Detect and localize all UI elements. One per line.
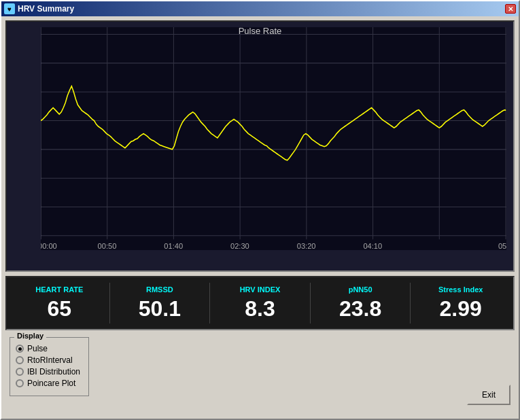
- svg-text:05:00: 05:00: [498, 242, 506, 250]
- svg-text:03:20: 03:20: [297, 242, 316, 250]
- titlebar: ♥ HRV Summary ✕: [1, 1, 519, 16]
- svg-text:00:50: 00:50: [98, 242, 117, 250]
- radio-rtor-btn[interactable]: [16, 356, 24, 364]
- radio-poincare-btn[interactable]: [16, 379, 24, 387]
- app-icon: ♥: [4, 3, 15, 14]
- main-content: 85.0 80.0 75.0 70.0 65.0 60.0 55.0 50.0 …: [1, 16, 519, 419]
- stat-pnn50: pNN50 23.8: [311, 285, 411, 321]
- main-window: ♥ HRV Summary ✕: [0, 0, 520, 420]
- stat-rmssd-value: 50.1: [110, 296, 210, 321]
- stat-rmssd-label: RMSSD: [110, 285, 210, 294]
- stat-pnn50-label: pNN50: [311, 285, 411, 294]
- stat-heart-rate: HEART RATE 65: [10, 285, 109, 321]
- stat-pnn50-value: 23.8: [311, 296, 411, 321]
- stat-hrv-index-value: 8.3: [210, 296, 310, 321]
- svg-text:01:40: 01:40: [164, 242, 183, 250]
- stat-heart-rate-label: HEART RATE: [10, 285, 109, 294]
- bottom-area: Display Pulse RtoRInterval IBI Distribut…: [5, 334, 515, 415]
- stat-hrv-index-label: HRV INDEX: [210, 285, 310, 294]
- radio-ibi-label: IBI Distribution: [27, 367, 80, 377]
- stats-bar: HEART RATE 65 RMSSD 50.1 HRV INDEX 8.3 p…: [5, 276, 515, 330]
- radio-pulse-btn[interactable]: [16, 345, 24, 353]
- radio-pulse-label: Pulse: [27, 344, 48, 353]
- radio-ibi-btn[interactable]: [16, 368, 24, 376]
- radio-poincare-label: Poincare Plot: [27, 379, 75, 388]
- titlebar-left: ♥ HRV Summary: [4, 3, 74, 14]
- radio-pulse[interactable]: Pulse: [16, 344, 80, 353]
- radio-poincare[interactable]: Poincare Plot: [16, 379, 80, 388]
- stat-stress-index-value: 2.99: [411, 296, 510, 321]
- svg-rect-0: [41, 27, 506, 250]
- pulse-chart: 85.0 80.0 75.0 70.0 65.0 60.0 55.0 50.0 …: [41, 27, 506, 250]
- stat-stress-index-label: Stress Index: [411, 285, 510, 294]
- svg-text:04:10: 04:10: [363, 242, 382, 250]
- chart-area: 85.0 80.0 75.0 70.0 65.0 60.0 55.0 50.0 …: [5, 20, 515, 272]
- window-title: HRV Summary: [18, 4, 74, 14]
- stat-stress-index: Stress Index 2.99: [411, 285, 510, 321]
- stat-hrv-index: HRV INDEX 8.3: [210, 285, 310, 321]
- display-group-label: Display: [14, 332, 46, 340]
- svg-text:00:00: 00:00: [41, 242, 57, 250]
- close-button[interactable]: ✕: [505, 4, 516, 14]
- svg-text:02:30: 02:30: [230, 242, 249, 250]
- stat-rmssd: RMSSD 50.1: [110, 285, 210, 321]
- display-group: Display Pulse RtoRInterval IBI Distribut…: [10, 337, 89, 396]
- radio-rtor-label: RtoRInterval: [27, 355, 73, 365]
- radio-ibi[interactable]: IBI Distribution: [16, 367, 80, 377]
- chart-title: Pulse Rate: [7, 26, 513, 36]
- exit-button[interactable]: Exit: [467, 385, 510, 405]
- stat-heart-rate-value: 65: [10, 296, 109, 321]
- radio-rtor[interactable]: RtoRInterval: [16, 355, 80, 365]
